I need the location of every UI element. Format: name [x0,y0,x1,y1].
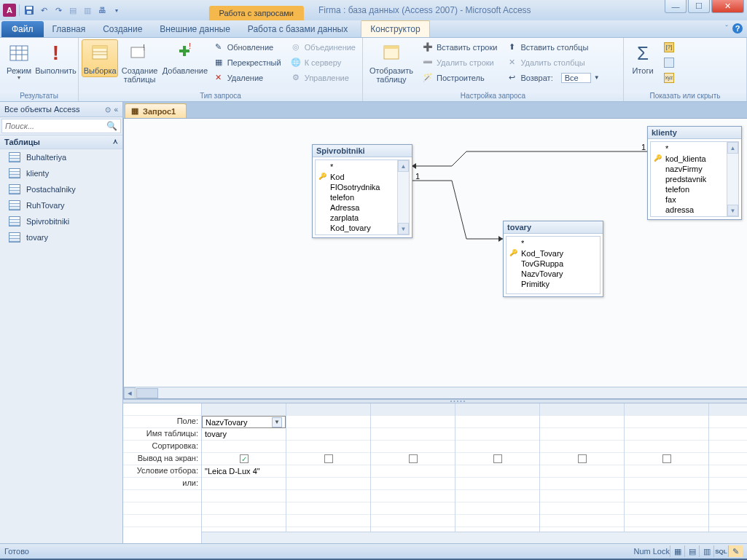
select-query-button[interactable]: Выборка [82,39,118,77]
qat-save-icon[interactable] [23,4,36,17]
passthrough-button[interactable]: 🌐К серверу [286,55,359,70]
table-box-spivrobitniki[interactable]: Spivrobitniki * Kod FIOsotrydnika telefo… [312,144,412,238]
group-qtype-label: Тип запроса [79,90,362,101]
help-icon[interactable]: ? [732,23,743,33]
nav-item-buhalteriya[interactable]: Buhalteriya [0,149,122,165]
table-box-tovary[interactable]: tovary * Kod_Tovary TovGRuppa NazvTovary… [503,221,603,297]
update-button[interactable]: ✎Обновление [209,39,285,55]
ribbon-minimize-icon[interactable]: ˇ [725,24,728,33]
append-icon: ! [173,42,196,65]
search-icon[interactable]: 🔍 [106,121,117,131]
window-minimize-button[interactable]: — [665,0,687,13]
qat-icon-1[interactable]: ▤ [66,4,79,17]
view-sql-icon[interactable]: SQL [713,545,728,557]
tab-create[interactable]: Создание [94,21,151,37]
group-showhide-label: Показать или скрыть [624,90,746,101]
grid-col-5[interactable] [625,403,709,543]
tab-design[interactable]: Конструктор [361,20,429,37]
show-checkbox[interactable] [578,454,587,463]
nav-item-postachalniky[interactable]: Postachalniky [0,181,122,197]
design-canvas[interactable]: 1 1 Spivrobitniki * Kod FIOsotrydnika te… [124,119,747,387]
append-button[interactable]: ! Добавление [161,39,208,77]
nav-search[interactable]: 🔍 [1,119,121,133]
show-checkbox[interactable] [662,454,671,463]
builder-button[interactable]: 🪄Построитель [418,70,501,85]
tab-dbtools[interactable]: Работа с базами данных [239,21,356,37]
qat-redo-icon[interactable]: ↷ [52,4,65,17]
grid-hscroll[interactable] [202,532,747,543]
svg-rect-9 [93,46,107,49]
showtable-button[interactable]: Отобразить таблицу [366,39,417,86]
show-checkbox[interactable] [493,454,502,463]
tab-external[interactable]: Внешние данные [151,21,239,37]
ribbon: Режим ▼ ! Выполнить Результаты Выборка !… [0,38,747,102]
totals-button[interactable]: Σ Итоги [627,39,659,77]
show-checkbox[interactable]: ✓ [240,454,249,463]
grid-col-1[interactable] [286,403,371,543]
return-select[interactable]: ↩Возврат: Все▼ [502,70,603,85]
view-button[interactable]: Режим ▼ [3,39,35,82]
tablenames-button[interactable]: xyz [660,70,678,85]
crosstab-button[interactable]: ▦Перекрестный [209,55,285,70]
delete-cols-button[interactable]: ✕Удалить столбцы [502,55,603,70]
nav-group-tables[interactable]: Таблицы⋏ [0,135,122,149]
qat-undo-icon[interactable]: ↶ [37,4,50,17]
doc-tab-query1[interactable]: ▦ Запрос1 [125,103,187,118]
view-pivot-icon[interactable]: ▤ [684,545,699,557]
view-icon [7,42,31,65]
grid-col-0[interactable]: NazvTovary▼tovary✓"Leica D-Lux 4" [202,403,286,543]
union-icon: ◎ [290,42,302,53]
qat-print-icon[interactable]: 🖶 [95,4,109,17]
ddl-button[interactable]: ⚙Управление [286,70,359,85]
svg-text:!: ! [189,42,191,50]
showtable-icon [380,42,403,65]
nav-collapse-icon[interactable]: « [114,106,118,114]
grid-table: tovary [202,428,286,441]
status-numlock: Num Lock [633,547,670,556]
tab-file[interactable]: Файл [1,21,44,37]
insert-rows-button[interactable]: ➕Вставить строки [418,39,501,55]
nav-item-spivrobitniki[interactable]: Spivrobitniki [0,213,122,229]
nav-item-ruhtovary[interactable]: RuhTovary [0,197,122,213]
nav-item-tovary[interactable]: tovary [0,229,122,245]
grid-criteria: "Leica D-Lux 4" [202,465,286,478]
nav-item-klienty[interactable]: klienty [0,165,122,181]
tab-home[interactable]: Главная [44,21,95,37]
view-chart-icon[interactable]: ▥ [699,545,713,557]
view-datasheet-icon[interactable]: ▦ [670,545,684,557]
nav-header[interactable]: Все объекты Access ⊙« [0,102,122,117]
window-maximize-button[interactable]: ☐ [688,0,710,13]
run-button[interactable]: ! Выполнить [36,39,75,77]
insert-cols-button[interactable]: ⬆Вставить столбцы [502,39,603,55]
maketable-button[interactable]: ! Создание таблицы [120,39,160,86]
show-checkbox[interactable] [324,454,333,463]
view-design-icon[interactable]: ✎ [728,545,743,557]
propsheet-icon [664,58,674,68]
query-grid: Поле: Имя таблицы: Сортировка: Вывод на … [123,403,747,543]
delete-rows-button[interactable]: ➖Удалить строки [418,55,501,70]
grid-col-4[interactable] [540,403,625,543]
app-title: Firma : база данных (Access 2007) - Micr… [318,5,539,15]
nav-dropdown-icon[interactable]: ⊙ [105,106,111,114]
app-icon[interactable]: A [3,4,16,17]
show-checkbox[interactable] [409,454,418,463]
insert-rows-icon: ➕ [422,42,434,53]
delete-rows-icon: ➖ [422,57,434,68]
table-box-klienty[interactable]: klienty * kod_klienta nazvFirmy predstav… [647,126,742,220]
grid-col-3[interactable] [455,403,540,543]
grid-col-6[interactable] [709,403,747,543]
qat-customize-icon[interactable]: ▾ [110,4,123,17]
canvas-hscroll[interactable]: ◄► [124,387,747,398]
qat-icon-2[interactable]: ▥ [81,4,94,17]
grid-col-2[interactable] [371,403,455,543]
dropdown-icon[interactable]: ▼ [272,417,282,427]
design-canvas-container: 1 1 Spivrobitniki * Kod FIOsotrydnika te… [123,118,747,399]
search-input[interactable] [5,122,106,130]
window-close-button[interactable]: ✕ [711,0,744,13]
propsheet-button[interactable] [660,55,678,70]
delete-button[interactable]: ✕Удаление [209,70,285,85]
params-button[interactable]: [?] [660,39,678,55]
group-collapse-icon[interactable]: ⋏ [113,138,118,146]
table-icon [9,200,20,210]
union-button[interactable]: ◎Объединение [286,39,359,55]
